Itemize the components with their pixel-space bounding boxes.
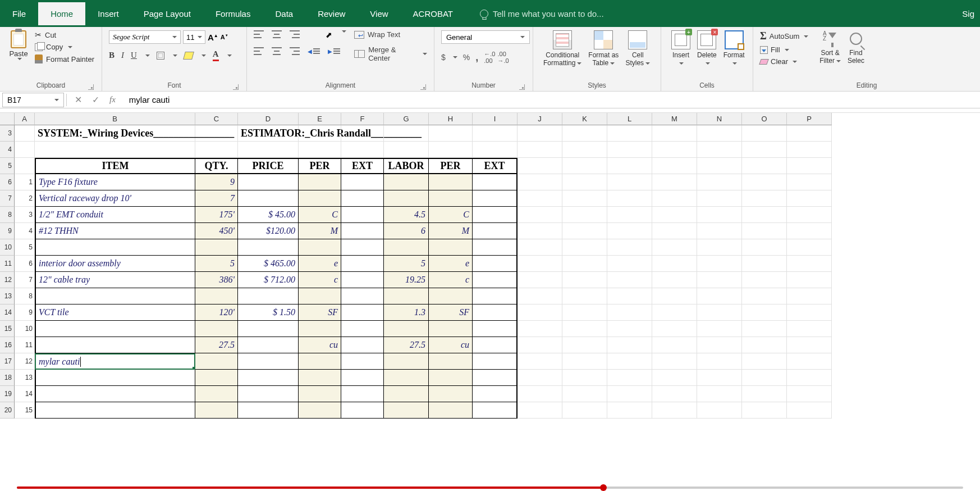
cell-per[interactable] (299, 190, 341, 207)
row-index[interactable]: 11 (15, 337, 35, 353)
cell-per[interactable]: e (299, 256, 341, 272)
cell-labor[interactable]: 1.3 (384, 304, 429, 321)
sign-in-link[interactable]: Sig (962, 9, 980, 19)
th-item[interactable]: ITEM (35, 158, 195, 174)
format-painter-button[interactable]: Format Painter (35, 54, 94, 63)
cell-per2[interactable] (429, 321, 473, 337)
fill-color-button[interactable] (183, 52, 194, 60)
th-qty[interactable]: QTY. (195, 158, 238, 174)
cell[interactable] (562, 256, 607, 272)
cell-ext[interactable] (341, 272, 384, 288)
cell[interactable] (697, 386, 742, 402)
grow-font-button[interactable]: A▲ (208, 33, 218, 42)
cell[interactable] (518, 158, 562, 174)
cell-price[interactable]: $ 712.00 (238, 272, 299, 288)
cell-ext2[interactable] (473, 207, 518, 223)
cell[interactable] (562, 386, 607, 402)
cell-price[interactable]: $ 465.00 (238, 256, 299, 272)
row-index[interactable]: 4 (15, 223, 35, 239)
cell[interactable] (607, 288, 652, 304)
cell-labor[interactable] (384, 353, 429, 370)
cell[interactable] (429, 142, 473, 158)
cell[interactable] (15, 142, 35, 158)
cell[interactable] (787, 353, 832, 370)
cell-labor[interactable]: 27.5 (384, 337, 429, 353)
col-header-B[interactable]: B (35, 113, 195, 125)
cell[interactable] (652, 239, 697, 256)
currency-button[interactable]: $ (441, 53, 446, 62)
row-index[interactable]: 15 (15, 402, 35, 419)
cell[interactable] (697, 190, 742, 207)
delete-cells-button[interactable]: Delete (694, 30, 720, 67)
cell-price[interactable] (238, 337, 299, 353)
cell-labor[interactable] (384, 321, 429, 337)
cell-ext[interactable] (341, 304, 384, 321)
formula-bar-input[interactable]: mylar cauti (123, 95, 980, 104)
cell[interactable] (607, 386, 652, 402)
row-header[interactable]: 13 (0, 288, 15, 304)
cell-qty[interactable]: 27.5 (195, 337, 238, 353)
tab-acrobat[interactable]: ACROBAT (401, 2, 465, 25)
cell[interactable] (742, 223, 787, 239)
cell[interactable] (652, 174, 697, 190)
cell[interactable] (518, 256, 562, 272)
cell-per[interactable]: cu (299, 337, 341, 353)
conditional-formatting-button[interactable]: ConditionalFormatting (540, 30, 585, 67)
cell-per2[interactable]: cu (429, 337, 473, 353)
decrease-indent-button[interactable]: ◀ (308, 47, 320, 55)
cell[interactable] (607, 370, 652, 386)
dialog-launcher-icon[interactable] (420, 84, 426, 90)
cell-ext[interactable] (341, 207, 384, 223)
cell[interactable] (562, 158, 607, 174)
bold-button[interactable]: B (109, 51, 115, 60)
cell-per[interactable]: C (299, 207, 341, 223)
cell[interactable] (652, 256, 697, 272)
cell[interactable] (35, 142, 195, 158)
cell[interactable] (652, 353, 697, 370)
cell[interactable] (607, 207, 652, 223)
cell[interactable] (607, 402, 652, 419)
cell-per2[interactable] (429, 370, 473, 386)
cell[interactable] (518, 207, 562, 223)
cell-item[interactable] (35, 386, 195, 402)
cell-qty[interactable] (195, 288, 238, 304)
cell[interactable] (742, 239, 787, 256)
system-label[interactable]: SYSTEM:_Wiring Devices________________ (35, 125, 195, 142)
cell[interactable] (518, 142, 562, 158)
cell[interactable] (607, 353, 652, 370)
cell[interactable] (518, 288, 562, 304)
fill-button[interactable]: Fill (760, 46, 808, 54)
cancel-edit-button[interactable]: ✕ (75, 94, 82, 105)
cell[interactable] (742, 142, 787, 158)
cell-ext2[interactable] (473, 288, 518, 304)
cell[interactable] (562, 321, 607, 337)
align-bottom-button[interactable] (290, 30, 300, 38)
cell-ext[interactable] (341, 370, 384, 386)
cell-per2[interactable] (429, 239, 473, 256)
cell-qty[interactable]: 450' (195, 223, 238, 239)
cell-per[interactable] (299, 288, 341, 304)
cell[interactable] (238, 142, 299, 158)
cell-ext2[interactable] (473, 304, 518, 321)
cell-price[interactable] (238, 402, 299, 419)
cell[interactable] (697, 272, 742, 288)
cell[interactable] (742, 207, 787, 223)
cell-per[interactable] (299, 174, 341, 190)
cell[interactable] (787, 321, 832, 337)
cell[interactable] (518, 190, 562, 207)
cell[interactable] (384, 142, 429, 158)
cell[interactable] (652, 223, 697, 239)
video-progress-bar[interactable] (0, 483, 980, 491)
cell-per[interactable] (299, 353, 341, 370)
cell-qty[interactable] (195, 239, 238, 256)
cell[interactable] (562, 174, 607, 190)
cell-ext2[interactable] (473, 402, 518, 419)
cell-ext[interactable] (341, 386, 384, 402)
cell[interactable] (697, 353, 742, 370)
cell-ext2[interactable] (473, 239, 518, 256)
cell[interactable] (787, 190, 832, 207)
cell-per[interactable]: SF (299, 304, 341, 321)
cell[interactable] (787, 158, 832, 174)
decrease-decimal-button[interactable]: .00→.0 (497, 51, 509, 64)
row-header[interactable]: 8 (0, 207, 15, 223)
